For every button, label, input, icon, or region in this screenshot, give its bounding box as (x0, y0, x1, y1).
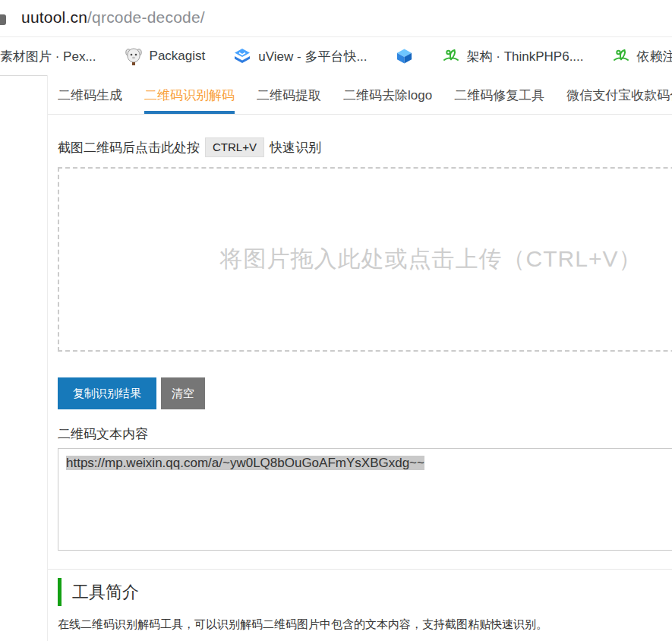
image-dropzone[interactable]: 将图片拖入此处或点击上传（CTRL+V） (58, 167, 672, 352)
bookmark-label: uView - 多平台快... (258, 48, 367, 65)
uview-layers-icon (233, 47, 251, 65)
bookmark-cube[interactable] (396, 47, 414, 65)
kancloud-book-icon (442, 47, 460, 65)
result-selected-text: https://mp.weixin.qq.com/a/~yw0LQ8bOuGoA… (66, 456, 424, 470)
intro-title: 工具简介 (58, 578, 672, 606)
tool-card: 二维码生成 二维码识别解码 二维码提取 二维码去除logo 二维码修复工具 微信… (47, 75, 672, 641)
bookmark-label: 依赖注入 (637, 48, 672, 65)
tab-qrcode-decode[interactable]: 二维码识别解码 (144, 75, 235, 114)
kancloud-book-icon (612, 47, 630, 65)
bookmarks-bar: 素材图片 · Pex... Packagist uView - 多平台快... (0, 37, 672, 76)
paste-hint: 截图二维码后点击此处按 CTRL+V 快速识别 (58, 137, 672, 157)
page-info-icon[interactable] (0, 14, 6, 25)
bookmark-thinkphp[interactable]: 架构 · ThinkPHP6.... (442, 47, 584, 65)
result-label: 二维码文本内容 (58, 425, 672, 443)
blue-cube-icon (396, 47, 414, 65)
bookmark-label: Packagist (150, 49, 206, 64)
tab-payment-code-merge[interactable]: 微信支付宝收款码合并 (566, 75, 672, 114)
browser-address-bar[interactable]: uutool.cn/qrcode-decode/ (0, 0, 672, 37)
bookmark-packagist[interactable]: Packagist (125, 47, 206, 65)
url-path: /qrcode-decode/ (87, 8, 205, 26)
tool-tabs: 二维码生成 二维码识别解码 二维码提取 二维码去除logo 二维码修复工具 微信… (48, 75, 672, 115)
dropzone-placeholder: 将图片拖入此处或点击上传（CTRL+V） (220, 244, 642, 275)
ctrl-v-key[interactable]: CTRL+V (205, 137, 264, 157)
paste-hint-suffix: 快速识别 (270, 139, 321, 156)
url-text[interactable]: uutool.cn/qrcode-decode/ (21, 8, 205, 27)
bookmark-label: 架构 · ThinkPHP6.... (467, 48, 584, 65)
action-buttons: 复制识别结果 清空 (58, 377, 672, 409)
result-textarea[interactable]: https://mp.weixin.qq.com/a/~yw0LQ8bOuGoA… (58, 448, 672, 551)
paste-hint-prefix: 截图二维码后点击此处按 (58, 139, 200, 156)
tab-qrcode-extract[interactable]: 二维码提取 (257, 75, 321, 114)
tab-qrcode-repair[interactable]: 二维码修复工具 (454, 75, 544, 114)
bookmark-dependency-injection[interactable]: 依赖注入 (612, 47, 672, 65)
tab-qrcode-remove-logo[interactable]: 二维码去除logo (343, 75, 432, 114)
copy-result-button[interactable]: 复制识别结果 (58, 377, 156, 409)
clear-button[interactable]: 清空 (161, 377, 205, 409)
tool-intro-section: 工具简介 在线二维码识别解码工具，可以识别解码二维码图片中包含的文本内容，支持截… (48, 569, 672, 641)
bookmark-pexels[interactable]: 素材图片 · Pex... (0, 48, 96, 65)
tab-qrcode-generate[interactable]: 二维码生成 (58, 75, 122, 114)
bookmark-uview[interactable]: uView - 多平台快... (233, 47, 367, 65)
bookmark-label: 素材图片 · Pex... (0, 48, 96, 65)
packagist-mascot-icon (125, 47, 143, 65)
intro-paragraph: 在线二维码识别解码工具，可以识别解码二维码图片中包含的文本内容，支持截图粘贴快速… (58, 616, 672, 633)
url-domain: uutool.cn (21, 8, 87, 26)
